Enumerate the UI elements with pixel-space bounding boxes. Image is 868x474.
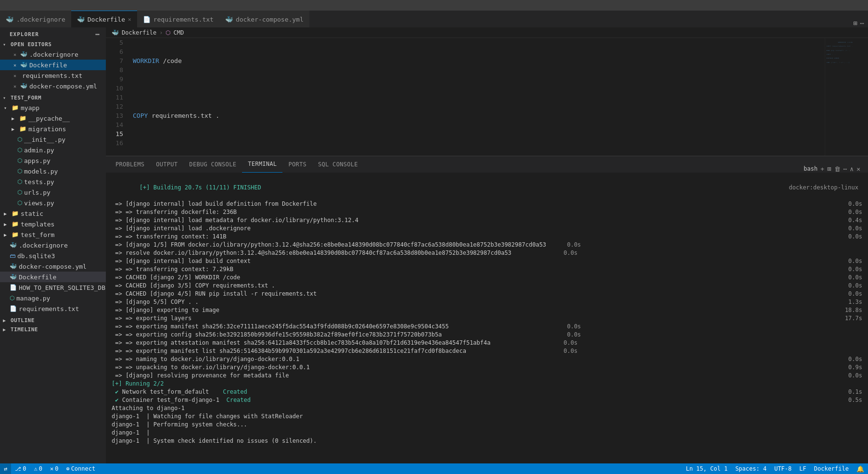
sidebar-item-open-requirements[interactable]: ✕ requirements.txt bbox=[0, 70, 106, 81]
sidebar-item-open-dockerfile[interactable]: ✕ 🐳 Dockerfile bbox=[0, 60, 106, 70]
close-icon-small2[interactable]: ✕ bbox=[13, 62, 20, 68]
tab-sql-console[interactable]: SQL CONSOLE bbox=[312, 156, 364, 173]
term-line-2: => => transferring dockerfile: 236B 0.0s bbox=[112, 208, 862, 216]
close-icon-small[interactable]: ✕ bbox=[13, 52, 20, 57]
py-icon-tests: ⬡ bbox=[17, 178, 22, 185]
more-icon[interactable]: ⋯ bbox=[860, 19, 864, 27]
sidebar-item-myapp[interactable]: ▾ 📁 myapp bbox=[0, 102, 106, 113]
folder-icon-static: 📁 bbox=[12, 210, 19, 217]
sidebar-item-root-compose[interactable]: 🐳 docker-compose.yml bbox=[0, 261, 106, 272]
term-line-network: ✔ Network test_form_default Created 0.1s bbox=[112, 388, 862, 396]
pycache-label: __pycache__ bbox=[28, 115, 70, 122]
howto-label: HOW_TO_ENTER_SQLITE3_DB.txt bbox=[19, 284, 106, 291]
term-line-pipe: django-1 | bbox=[112, 429, 862, 437]
status-encoding[interactable]: UTF-8 bbox=[770, 463, 795, 474]
breadcrumb-cmd[interactable]: CMD bbox=[173, 29, 184, 36]
tab-dockerfile[interactable]: 🐳 Dockerfile ✕ bbox=[71, 11, 137, 27]
term-line-build: [+] Building 20.7s (11/11) FINISHEDdocke… bbox=[112, 175, 862, 200]
tab-terminal[interactable]: TERMINAL bbox=[242, 156, 282, 173]
remote-icon: ⇄ bbox=[4, 465, 7, 472]
tab-dockerignore[interactable]: 🐳 .dockerignore bbox=[0, 11, 71, 27]
sidebar-item-static[interactable]: ▶ 📁 static bbox=[0, 208, 106, 219]
status-connect[interactable]: ⊕ Connect bbox=[62, 463, 99, 474]
status-errors[interactable]: ✕ 0 bbox=[46, 463, 62, 474]
tab-requirements[interactable]: 📄 requirements.txt bbox=[137, 11, 219, 27]
explorer-more-icon[interactable]: ⋯ bbox=[96, 30, 100, 38]
status-ln-col[interactable]: Ln 15, Col 1 bbox=[682, 463, 731, 474]
status-spaces[interactable]: Spaces: 4 bbox=[731, 463, 770, 474]
sidebar-item-init[interactable]: ⬡ __init__.py bbox=[0, 134, 106, 145]
panel-tabs: PROBLEMS OUTPUT DEBUG CONSOLE TERMINAL P… bbox=[106, 156, 868, 173]
terminal-close-icon[interactable]: ✕ bbox=[856, 165, 860, 173]
sidebar-item-models[interactable]: ⬡ models.py bbox=[0, 166, 106, 176]
terminal-add-icon[interactable]: + bbox=[820, 165, 824, 173]
arrow-test-form: ▾ bbox=[3, 95, 11, 100]
sidebar-item-tests[interactable]: ⬡ tests.py bbox=[0, 176, 106, 187]
breadcrumb: 🐳 Dockerfile › ⬡ CMD bbox=[106, 27, 868, 38]
status-right: Ln 15, Col 1 Spaces: 4 UTF-8 LF Dockerfi… bbox=[682, 463, 868, 474]
terminal-trash-icon[interactable]: 🗑 bbox=[834, 165, 841, 173]
sidebar-item-root-dockerfile[interactable]: 🐳 Dockerfile bbox=[0, 272, 106, 282]
term-line-13: => [django 5/5] COPY . . 1.3s bbox=[112, 298, 862, 306]
dockerfile-tab-label: Dockerfile bbox=[88, 16, 125, 23]
sidebar-item-db[interactable]: 🗃 db.sqlite3 bbox=[0, 250, 106, 261]
tab-output[interactable]: OUTPUT bbox=[150, 156, 183, 173]
breadcrumb-file[interactable]: Dockerfile bbox=[122, 29, 156, 36]
folder-icon-myapp: 📁 bbox=[12, 104, 19, 111]
sidebar-item-urls[interactable]: ⬡ urls.py bbox=[0, 187, 106, 198]
terminal-more-icon[interactable]: ⋯ bbox=[843, 165, 847, 173]
py-icon-manage: ⬡ bbox=[10, 295, 14, 301]
close-icon-small3[interactable]: ✕ bbox=[13, 73, 20, 78]
folder-icon-migrations: 📁 bbox=[19, 125, 26, 132]
sidebar-item-apps[interactable]: ⬡ apps.py bbox=[0, 155, 106, 166]
sidebar-item-howto[interactable]: 📄 HOW_TO_ENTER_SQLITE3_DB.txt bbox=[0, 282, 106, 293]
status-eol[interactable]: LF bbox=[795, 463, 810, 474]
status-remote-icon[interactable]: ⇄ bbox=[0, 463, 11, 474]
status-lang[interactable]: Dockerfile bbox=[810, 463, 853, 474]
sidebar-item-open-dockerignore[interactable]: ✕ 🐳 .dockerignore bbox=[0, 49, 106, 60]
docker-file-icon: 🐳 bbox=[20, 51, 27, 58]
py-icon-models: ⬡ bbox=[17, 168, 22, 175]
status-notifications[interactable]: 🔔 bbox=[853, 463, 868, 474]
bell-icon: 🔔 bbox=[856, 465, 864, 473]
sidebar-item-open-compose[interactable]: ✕ 🐳 docker-compose.yml bbox=[0, 81, 106, 91]
sidebar-item-root-requirements[interactable]: 📄 requirements.txt bbox=[0, 303, 106, 314]
compose-tab-label: docker-compose.yml bbox=[236, 16, 304, 23]
sidebar-item-templates[interactable]: ▶ 📁 templates bbox=[0, 219, 106, 229]
status-git-branch[interactable]: ⎇ 0 bbox=[11, 463, 30, 474]
sidebar-item-pycache[interactable]: ▶ 📁 __pycache__ bbox=[0, 113, 106, 124]
terminal-content[interactable]: [+] Building 20.7s (11/11) FINISHEDdocke… bbox=[106, 173, 868, 463]
terminal-split-icon[interactable]: ⊞ bbox=[827, 165, 831, 173]
sidebar-item-test-form[interactable]: ▶ 📁 test_form bbox=[0, 229, 106, 240]
folder-icon-test-form: 📁 bbox=[12, 231, 19, 238]
tab-ports[interactable]: PORTS bbox=[282, 156, 312, 173]
status-warnings[interactable]: ⚠ 0 bbox=[30, 463, 46, 474]
code-content[interactable]: WORKDIR /code COPY requirements.txt . RU… bbox=[129, 38, 825, 156]
sidebar-item-migrations[interactable]: ▶ 📁 migrations bbox=[0, 124, 106, 134]
open-editors-header[interactable]: ▾ OPEN EDITORS bbox=[0, 40, 106, 49]
close-icon-small4[interactable]: ✕ bbox=[13, 84, 20, 89]
timeline-header[interactable]: ▶ TIMELINE bbox=[0, 325, 106, 334]
terminal-chevron-up-icon[interactable]: ∧ bbox=[850, 165, 854, 173]
tab-compose[interactable]: 🐳 docker-compose.yml bbox=[219, 11, 309, 27]
cmd-breadcrumb-icon: ⬡ bbox=[166, 29, 170, 36]
test-form-header[interactable]: ▾ TEST_FORM bbox=[0, 93, 106, 102]
tab-problems[interactable]: PROBLEMS bbox=[110, 156, 150, 173]
sidebar-header: EXPLORER ⋯ bbox=[0, 27, 106, 40]
outline-header[interactable]: ▶ OUTLINE bbox=[0, 316, 106, 325]
sidebar-item-admin[interactable]: ⬡ admin.py bbox=[0, 145, 106, 155]
folder-icon-pycache: 📁 bbox=[19, 115, 26, 122]
docker-breadcrumb-icon: 🐳 bbox=[112, 29, 119, 36]
root-compose-label: docker-compose.yml bbox=[19, 263, 87, 270]
term-line-20: => => naming to docker.io/library/django… bbox=[112, 355, 862, 363]
sidebar-item-root-dockerignore[interactable]: 🐳 .dockerignore bbox=[0, 240, 106, 250]
layout-icon[interactable]: ⊞ bbox=[853, 19, 857, 27]
dockerfile-close-icon[interactable]: ✕ bbox=[128, 16, 131, 23]
tab-debug-console[interactable]: DEBUG CONSOLE bbox=[183, 156, 242, 173]
term-line-16: => => exporting manifest sha256:32ce7111… bbox=[112, 323, 862, 331]
apps-label: apps.py bbox=[24, 157, 51, 164]
term-line-3: => [django internal] load metadata for d… bbox=[112, 216, 862, 225]
sidebar-item-views[interactable]: ⬡ views.py bbox=[0, 198, 106, 208]
sidebar-item-manage[interactable]: ⬡ manage.py bbox=[0, 293, 106, 303]
term-line-7: => resolve docker.io/library/python:3.12… bbox=[112, 249, 862, 257]
